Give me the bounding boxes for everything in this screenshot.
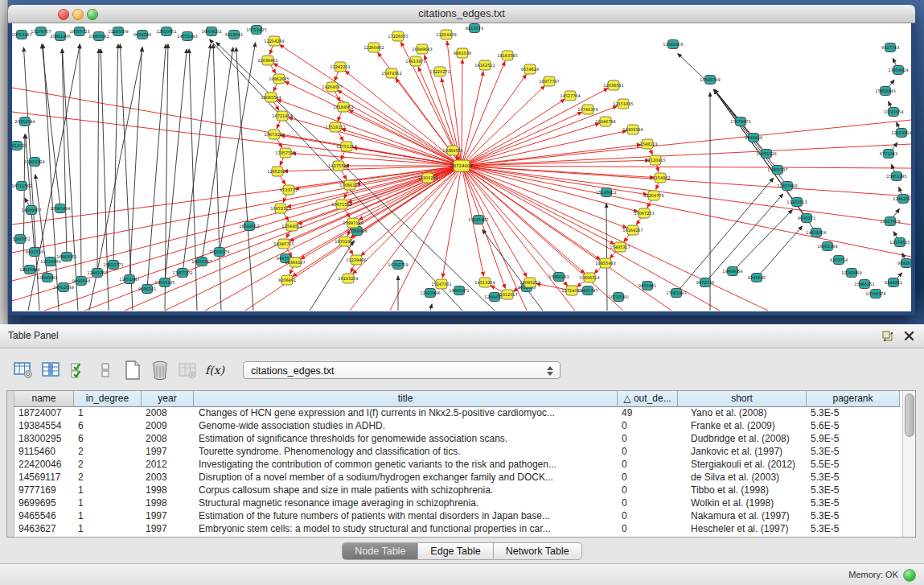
cell-in_degree[interactable]: 1 bbox=[74, 407, 142, 420]
cell-name[interactable]: 19384554 bbox=[14, 420, 74, 433]
row-selection-button[interactable] bbox=[68, 360, 88, 381]
tab-network-table[interactable]: Network Table bbox=[494, 542, 582, 560]
cell-out_degree[interactable]: 0 bbox=[618, 459, 678, 472]
cell-in_degree[interactable]: 1 bbox=[74, 484, 142, 497]
cell-pagerank[interactable]: 5.3E-5 bbox=[807, 472, 900, 484]
black-edge[interactable] bbox=[606, 204, 607, 311]
cell-short[interactable]: Dudbridge et al. (2008) bbox=[678, 433, 807, 446]
table-row[interactable]: 1456911722003Disruption of a novel membe… bbox=[14, 472, 900, 484]
black-edge[interactable] bbox=[165, 49, 187, 282]
table-mode-button[interactable] bbox=[13, 360, 34, 381]
window-titlebar[interactable]: citations_edges.txt bbox=[8, 5, 915, 23]
cell-pagerank[interactable]: 5.5E-5 bbox=[807, 459, 900, 472]
column-header-short[interactable]: short bbox=[678, 391, 807, 407]
black-edge[interactable] bbox=[97, 49, 99, 273]
scrollbar-thumb[interactable] bbox=[905, 393, 914, 437]
cell-out_degree[interactable]: 0 bbox=[618, 497, 678, 510]
vertical-scrollbar[interactable] bbox=[902, 391, 915, 537]
close-window-button[interactable] bbox=[58, 9, 69, 20]
cell-name[interactable]: 9463627 bbox=[14, 523, 74, 536]
cell-pagerank[interactable]: 5.3E-5 bbox=[807, 510, 900, 523]
zoom-window-button[interactable] bbox=[87, 9, 98, 20]
cell-pagerank[interactable]: 5.3E-5 bbox=[807, 446, 900, 459]
cell-in_degree[interactable]: 2 bbox=[74, 459, 142, 472]
tab-edge-table[interactable]: Edge Table bbox=[418, 542, 493, 560]
cell-title[interactable]: Structural magnetic resonance image aver… bbox=[194, 497, 618, 510]
red-edge[interactable] bbox=[165, 166, 462, 311]
table-row[interactable]: 1830029562008Estimation of significance … bbox=[14, 433, 900, 446]
red-edge[interactable] bbox=[462, 89, 608, 166]
red-edge[interactable] bbox=[462, 131, 626, 166]
red-edge[interactable] bbox=[44, 166, 462, 311]
delete-column-button[interactable] bbox=[150, 360, 170, 381]
cell-year[interactable]: 1997 bbox=[142, 510, 194, 523]
cell-in_degree[interactable]: 2 bbox=[74, 472, 142, 484]
table-selector-dropdown[interactable]: citations_edges.txt bbox=[243, 361, 561, 379]
red-edge[interactable] bbox=[462, 144, 911, 166]
column-header-pagerank[interactable]: pagerank bbox=[807, 391, 900, 407]
column-header-out_degree[interactable]: △ out_de... bbox=[618, 391, 678, 407]
black-edge[interactable] bbox=[165, 44, 168, 311]
black-edge[interactable] bbox=[80, 44, 81, 281]
cell-title[interactable]: Corpus callosum shape and size in male p… bbox=[194, 484, 618, 497]
black-edge[interactable] bbox=[733, 210, 792, 271]
cell-in_degree[interactable]: 6 bbox=[74, 433, 142, 446]
cell-title[interactable]: Changes of HCN gene expression and I(f) … bbox=[194, 407, 618, 420]
red-edge[interactable] bbox=[462, 86, 544, 166]
cell-out_degree[interactable]: 0 bbox=[618, 433, 678, 446]
table-row[interactable]: 2242004622012Investigating the contribut… bbox=[14, 459, 900, 472]
cell-year[interactable]: 1998 bbox=[142, 497, 194, 510]
network-canvas[interactable]: 1055328715276707208914061835572316905642… bbox=[12, 23, 911, 311]
cell-out_degree[interactable]: 0 bbox=[618, 446, 678, 459]
cell-year[interactable]: 1998 bbox=[142, 484, 194, 497]
cell-year[interactable]: 2012 bbox=[142, 459, 194, 472]
cell-out_degree[interactable]: 0 bbox=[618, 484, 678, 497]
cell-in_degree[interactable]: 1 bbox=[74, 523, 142, 536]
cell-short[interactable]: de Silva et al. (2003) bbox=[678, 472, 807, 484]
float-panel-icon[interactable] bbox=[881, 330, 894, 342]
cell-out_degree[interactable]: 0 bbox=[618, 420, 678, 433]
table-rows-button[interactable] bbox=[95, 360, 116, 381]
red-edge[interactable] bbox=[462, 166, 505, 288]
cell-pagerank[interactable]: 5.3E-5 bbox=[807, 523, 900, 536]
red-edge[interactable] bbox=[280, 44, 462, 166]
cell-pagerank[interactable]: 5.3E-5 bbox=[807, 484, 900, 497]
cell-in_degree[interactable]: 1 bbox=[74, 497, 142, 510]
table-row[interactable]: 969969511998Structural magnetic resonanc… bbox=[14, 497, 900, 510]
cell-short[interactable]: Jankovic et al. (1997) bbox=[678, 446, 807, 459]
cell-short[interactable]: Yano et al. (2008) bbox=[678, 407, 807, 420]
cell-short[interactable]: Nakamura et al. (1997) bbox=[678, 510, 807, 523]
black-edge[interactable] bbox=[430, 304, 432, 311]
red-edge[interactable] bbox=[462, 166, 911, 196]
minimize-window-button[interactable] bbox=[72, 9, 84, 20]
cell-year[interactable]: 1997 bbox=[142, 446, 194, 459]
cell-out_degree[interactable]: 0 bbox=[618, 510, 678, 523]
cell-name[interactable]: 22420046 bbox=[14, 459, 74, 472]
cell-name[interactable]: 9777169 bbox=[14, 484, 74, 497]
cell-out_degree[interactable]: 0 bbox=[618, 523, 678, 536]
cell-name[interactable]: 18724007 bbox=[14, 407, 74, 420]
cell-name[interactable]: 9115460 bbox=[14, 446, 74, 459]
red-edge[interactable] bbox=[205, 166, 462, 311]
cell-short[interactable]: Tibbo et al. (1998) bbox=[678, 484, 807, 497]
cell-out_degree[interactable]: 49 bbox=[618, 407, 678, 420]
table-row[interactable]: 946554611997Estimation of the future num… bbox=[14, 510, 900, 523]
red-edge[interactable] bbox=[462, 123, 599, 166]
table-row[interactable]: 1938455462009Genome-wide association stu… bbox=[14, 420, 900, 433]
black-edge[interactable] bbox=[714, 90, 816, 233]
cell-short[interactable]: Wolkin et al. (1998) bbox=[678, 497, 807, 510]
cell-short[interactable]: Franke et al. (2009) bbox=[678, 420, 807, 433]
cell-short[interactable]: Stergiakouli et al. (2012) bbox=[678, 459, 807, 472]
red-edge[interactable] bbox=[462, 112, 582, 166]
black-edge[interactable] bbox=[147, 44, 166, 289]
cell-year[interactable]: 1997 bbox=[142, 523, 194, 536]
cell-title[interactable]: Disruption of a novel member of a sodium… bbox=[194, 472, 618, 484]
red-edge[interactable] bbox=[349, 110, 462, 166]
cell-year[interactable]: 2008 bbox=[142, 407, 194, 420]
cell-name[interactable]: 18300295 bbox=[14, 433, 74, 446]
table-row[interactable]: 946362711997Embryonic stem cells: a mode… bbox=[14, 523, 900, 536]
cell-title[interactable]: Estimation of the future numbers of pati… bbox=[194, 510, 618, 523]
red-edge[interactable] bbox=[462, 72, 483, 166]
cell-title[interactable]: Genome-wide association studies in ADHD. bbox=[194, 420, 618, 433]
column-header-in_degree[interactable]: in_degree bbox=[74, 391, 142, 407]
